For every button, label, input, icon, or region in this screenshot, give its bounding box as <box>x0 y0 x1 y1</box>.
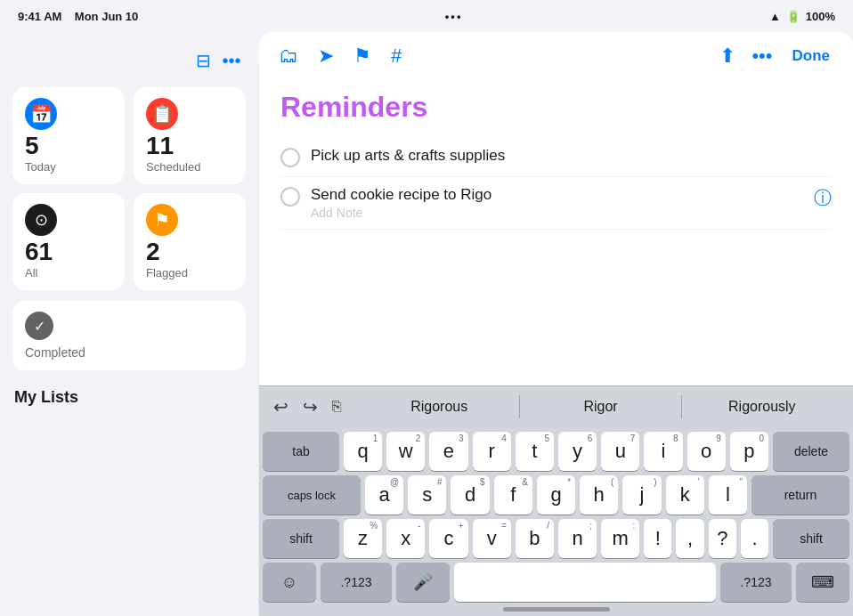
share-button[interactable]: ⬆ <box>718 43 737 69</box>
flagged-smart-list[interactable]: ⚑ 2 Flagged <box>134 193 246 290</box>
app-container: ⊟ ••• 📅 5 Today 📋 11 Scheduled ⊙ <box>0 32 853 616</box>
flag-toolbar-button[interactable]: ⚑ <box>352 43 373 69</box>
location-toolbar-button[interactable]: ➤ <box>316 43 336 69</box>
flagged-label: Flagged <box>146 266 233 280</box>
reminder-info-button[interactable]: ⓘ <box>814 186 832 210</box>
key-w[interactable]: 2w <box>386 432 425 471</box>
keyboard-hide-key[interactable]: ⌨ <box>796 563 849 602</box>
key-t[interactable]: 5t <box>516 432 554 471</box>
sidebar: ⊟ ••• 📅 5 Today 📋 11 Scheduled ⊙ <box>0 32 258 616</box>
key-p[interactable]: 0p <box>730 432 768 471</box>
add-note-text[interactable]: Add Note <box>311 206 803 220</box>
tag-toolbar-button[interactable]: # <box>389 43 403 69</box>
key-l[interactable]: "l <box>709 475 747 515</box>
all-icon: ⊙ <box>25 204 57 236</box>
today-smart-list[interactable]: 📅 5 Today <box>12 87 125 184</box>
microphone-key[interactable]: 🎤 <box>396 563 450 602</box>
sidebar-more-button[interactable]: ••• <box>217 46 246 75</box>
key-m[interactable]: :m <box>601 519 639 558</box>
redo-icon: ↪ <box>303 397 318 417</box>
key-r[interactable]: 4r <box>473 432 511 471</box>
key-comma[interactable]: , <box>676 519 703 558</box>
home-indicator <box>263 605 849 612</box>
key-u[interactable]: 7u <box>601 432 639 471</box>
reminder-text-group-2: Send cookie recipe to Rigo Add Note <box>311 186 803 220</box>
tab-key[interactable]: tab <box>263 432 339 471</box>
keyboard-row-1: tab 1q 2w 3e 4r 5t 6y 7u 8i 9o 0p delete <box>263 432 849 471</box>
key-q[interactable]: 1q <box>344 432 382 471</box>
scheduled-icon-row: 📋 <box>146 98 233 130</box>
return-key[interactable]: return <box>751 475 849 515</box>
key-a[interactable]: @a <box>365 475 403 515</box>
all-smart-list[interactable]: ⊙ 61 All <box>12 193 125 290</box>
keyboard-bottom-row: ☺ .?123 🎤 .?123 ⌨ <box>263 563 849 602</box>
flagged-icon-row: ⚑ <box>146 204 233 236</box>
wifi-icon: ▲ <box>769 10 781 23</box>
num-key-left[interactable]: .?123 <box>321 563 392 602</box>
paste-button[interactable]: ⎘ <box>329 396 345 417</box>
key-c[interactable]: +c <box>429 519 467 558</box>
reminder-circle-1[interactable] <box>280 148 300 167</box>
key-f[interactable]: &f <box>494 475 532 515</box>
key-exclamation[interactable]: ! <box>644 519 671 558</box>
all-icon-row: ⊙ <box>25 204 112 236</box>
flag-icon: ⚑ <box>353 45 371 68</box>
autocomplete-bar: ↩ ↪ ⎘ Rigorous Rigor Rigorously <box>259 385 853 426</box>
suggestion-2[interactable]: Rigor <box>520 395 681 418</box>
undo-button[interactable]: ↩ <box>270 394 292 419</box>
key-period[interactable]: . <box>741 519 768 558</box>
shift-right-key[interactable]: shift <box>773 519 849 558</box>
today-count: 5 <box>25 134 112 158</box>
smart-lists-grid: 📅 5 Today 📋 11 Scheduled ⊙ 61 All <box>12 87 246 290</box>
share-icon: ⬆ <box>719 45 735 68</box>
status-bar: 9:41 AM Mon Jun 10 ••• ▲ 🔋 100% <box>0 0 853 32</box>
suggestion-3[interactable]: Rigorously <box>682 395 842 418</box>
key-n[interactable]: ;n <box>558 519 597 558</box>
keyboard-row-2: caps lock @a #s $d &f *g (h )j 'k "l ret… <box>263 475 849 515</box>
home-bar <box>503 607 610 612</box>
key-x[interactable]: -x <box>386 519 425 558</box>
flagged-icon: ⚑ <box>146 204 178 236</box>
done-button[interactable]: Done <box>787 45 836 67</box>
calendar-toolbar-button[interactable]: 🗂 <box>277 43 300 69</box>
space-key[interactable] <box>454 563 716 602</box>
key-h[interactable]: (h <box>580 475 618 515</box>
completed-icon: ✓ <box>25 312 53 340</box>
battery-level: 100% <box>806 10 835 23</box>
scheduled-smart-list[interactable]: 📋 11 Scheduled <box>134 87 246 184</box>
redo-button[interactable]: ↪ <box>299 394 321 419</box>
keyboard: tab 1q 2w 3e 4r 5t 6y 7u 8i 9o 0p delete… <box>259 426 853 616</box>
key-y[interactable]: 6y <box>558 432 597 471</box>
reminder-circle-2[interactable] <box>280 187 300 207</box>
keyboard-row-3: shift %z -x +c =v /b ;n :m ! , ? . shift <box>263 519 849 558</box>
reminder-text-1: Pick up arts & crafts supplies <box>311 147 832 165</box>
emoji-key[interactable]: ☺ <box>263 563 316 602</box>
status-date: Mon Jun 10 <box>75 10 139 23</box>
caps-lock-key[interactable]: caps lock <box>263 475 361 515</box>
key-b[interactable]: /b <box>516 519 554 558</box>
delete-key[interactable]: delete <box>773 432 849 471</box>
key-s[interactable]: #s <box>408 475 446 515</box>
key-k[interactable]: 'k <box>666 475 704 515</box>
reminder-item-2[interactable]: Send cookie recipe to Rigo Add Note ⓘ <box>280 177 832 230</box>
key-i[interactable]: 8i <box>644 432 682 471</box>
key-o[interactable]: 9o <box>687 432 726 471</box>
completed-card[interactable]: ✓ Completed <box>12 301 246 370</box>
key-v[interactable]: =v <box>473 519 511 558</box>
key-z[interactable]: %z <box>344 519 382 558</box>
key-d[interactable]: $d <box>451 475 489 515</box>
sidebar-toggle-button[interactable]: ⊟ <box>189 46 217 75</box>
completed-label: Completed <box>25 345 233 360</box>
key-j[interactable]: )j <box>622 475 661 515</box>
all-count: 61 <box>25 239 112 264</box>
toolbar: 🗂 ➤ ⚑ # ⬆ ••• Done <box>259 32 853 77</box>
key-g[interactable]: *g <box>537 475 575 515</box>
more-options-button[interactable]: ••• <box>750 43 774 69</box>
key-e[interactable]: 3e <box>429 432 467 471</box>
key-question[interactable]: ? <box>709 519 736 558</box>
status-time: 9:41 AM <box>18 10 61 23</box>
reminders-content: Reminders Pick up arts & crafts supplies… <box>259 77 853 385</box>
suggestion-1[interactable]: Rigorous <box>359 395 520 418</box>
shift-left-key[interactable]: shift <box>263 519 339 558</box>
num-key-right[interactable]: .?123 <box>720 563 792 602</box>
